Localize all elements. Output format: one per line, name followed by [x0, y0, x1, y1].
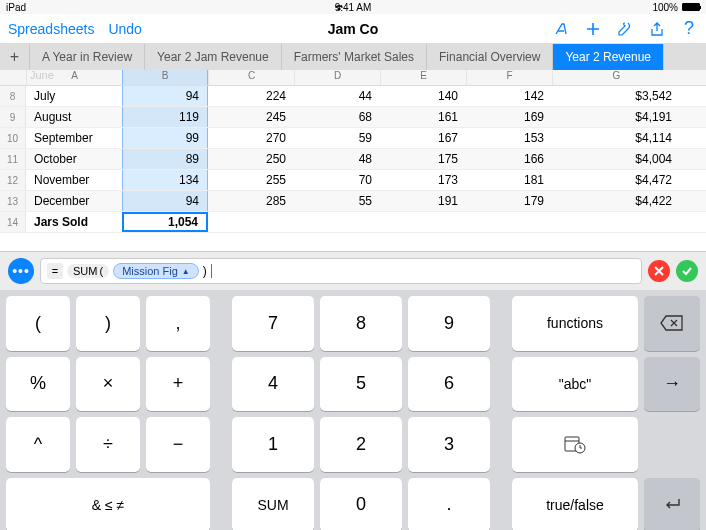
- cell[interactable]: $4,191: [552, 107, 680, 127]
- table-row[interactable]: 11October8925048175166$4,004: [0, 149, 706, 170]
- cell[interactable]: 134: [122, 170, 208, 190]
- cell[interactable]: 59: [294, 128, 380, 148]
- help-icon[interactable]: ?: [680, 20, 698, 38]
- cell[interactable]: 166: [466, 149, 552, 169]
- cell[interactable]: 44: [294, 86, 380, 106]
- share-icon[interactable]: [648, 20, 666, 38]
- cell[interactable]: $4,472: [552, 170, 680, 190]
- formula-cancel-button[interactable]: [648, 260, 670, 282]
- key-return[interactable]: [644, 478, 700, 531]
- cell[interactable]: 167: [380, 128, 466, 148]
- cell[interactable]: 270: [208, 128, 294, 148]
- tools-icon[interactable]: [616, 20, 634, 38]
- key-6[interactable]: 6: [408, 357, 490, 412]
- col-header-d[interactable]: D: [294, 70, 380, 85]
- key-3[interactable]: 3: [408, 417, 490, 472]
- sheet-tab-2[interactable]: Farmers' Market Sales: [282, 44, 427, 70]
- key-2[interactable]: 2: [320, 417, 402, 472]
- add-icon[interactable]: [584, 20, 602, 38]
- formula-input[interactable]: = SUM ( Mission Fig ▲ ): [40, 258, 642, 284]
- col-header-b[interactable]: B: [122, 70, 208, 85]
- format-icon[interactable]: [552, 20, 570, 38]
- key-9[interactable]: 9: [408, 296, 490, 351]
- row-number[interactable]: 12: [0, 170, 26, 190]
- col-header-f[interactable]: F: [466, 70, 552, 85]
- cell[interactable]: $3,542: [552, 86, 680, 106]
- key-sum[interactable]: SUM: [232, 478, 314, 531]
- cell[interactable]: 169: [466, 107, 552, 127]
- cell[interactable]: October: [26, 149, 122, 169]
- cell[interactable]: $4,004: [552, 149, 680, 169]
- row-number[interactable]: 11: [0, 149, 26, 169]
- col-header-c[interactable]: C: [208, 70, 294, 85]
- cell[interactable]: 55: [294, 191, 380, 211]
- cell[interactable]: 179: [466, 191, 552, 211]
- cell[interactable]: 191: [380, 191, 466, 211]
- table-row[interactable]: 8July9422444140142$3,542: [0, 86, 706, 107]
- undo-button[interactable]: Undo: [108, 21, 141, 37]
- key-backspace[interactable]: [644, 296, 700, 351]
- table-row[interactable]: 9August11924568161169$4,191: [0, 107, 706, 128]
- col-header-g[interactable]: G: [552, 70, 680, 85]
- cell[interactable]: July: [26, 86, 122, 106]
- key-functions[interactable]: functions: [512, 296, 638, 351]
- cell[interactable]: $4,114: [552, 128, 680, 148]
- sheet-tab-1[interactable]: Year 2 Jam Revenue: [145, 44, 282, 70]
- cell[interactable]: 94: [122, 191, 208, 211]
- formula-function-pill[interactable]: SUM (: [67, 264, 109, 278]
- key-0[interactable]: 0: [320, 478, 402, 531]
- cell[interactable]: September: [26, 128, 122, 148]
- cell-total-label[interactable]: Jars Sold: [26, 212, 122, 232]
- total-row[interactable]: 14 Jars Sold 1,054: [0, 212, 706, 233]
- key-datetime[interactable]: [512, 417, 638, 472]
- cell[interactable]: November: [26, 170, 122, 190]
- cell[interactable]: 161: [380, 107, 466, 127]
- key-divide[interactable]: ÷: [76, 417, 140, 472]
- cell[interactable]: 285: [208, 191, 294, 211]
- cell[interactable]: 153: [466, 128, 552, 148]
- key-caret[interactable]: ^: [6, 417, 70, 472]
- table-row[interactable]: 13December9428555191179$4,422: [0, 191, 706, 212]
- key-lparen[interactable]: (: [6, 296, 70, 351]
- key-4[interactable]: 4: [232, 357, 314, 412]
- key-subtract[interactable]: −: [146, 417, 210, 472]
- key-comma[interactable]: ,: [146, 296, 210, 351]
- cell[interactable]: 181: [466, 170, 552, 190]
- cell[interactable]: $4,422: [552, 191, 680, 211]
- row-number[interactable]: 8: [0, 86, 26, 106]
- cell[interactable]: 173: [380, 170, 466, 190]
- table-row[interactable]: 10September9927059167153$4,114: [0, 128, 706, 149]
- cell[interactable]: 250: [208, 149, 294, 169]
- back-button[interactable]: Spreadsheets: [8, 21, 94, 37]
- sheet-tab-0[interactable]: A Year in Review: [30, 44, 145, 70]
- cell[interactable]: 140: [380, 86, 466, 106]
- cell[interactable]: 99: [122, 128, 208, 148]
- formula-confirm-button[interactable]: [676, 260, 698, 282]
- key-percent[interactable]: %: [6, 357, 70, 412]
- cell[interactable]: 70: [294, 170, 380, 190]
- key-5[interactable]: 5: [320, 357, 402, 412]
- cell[interactable]: 48: [294, 149, 380, 169]
- row-number[interactable]: 9: [0, 107, 26, 127]
- col-header-e[interactable]: E: [380, 70, 466, 85]
- key-7[interactable]: 7: [232, 296, 314, 351]
- key-add[interactable]: +: [146, 357, 210, 412]
- key-multiply[interactable]: ×: [76, 357, 140, 412]
- sheet-tab-4[interactable]: Year 2 Revenue: [553, 44, 664, 70]
- cell[interactable]: 175: [380, 149, 466, 169]
- cell[interactable]: 245: [208, 107, 294, 127]
- row-number[interactable]: 10: [0, 128, 26, 148]
- key-abc[interactable]: "abc": [512, 357, 638, 412]
- cell[interactable]: 94: [122, 86, 208, 106]
- cell[interactable]: 89: [122, 149, 208, 169]
- key-truefalse[interactable]: true/false: [512, 478, 638, 531]
- sheet-tab-3[interactable]: Financial Overview: [427, 44, 553, 70]
- spreadsheet[interactable]: June A B C D E F G 8July9422444140142$3,…: [0, 70, 706, 251]
- key-logic-ops[interactable]: & ≤ ≠: [6, 478, 210, 531]
- row-number[interactable]: 14: [0, 212, 26, 232]
- key-8[interactable]: 8: [320, 296, 402, 351]
- cell[interactable]: 224: [208, 86, 294, 106]
- cell[interactable]: 255: [208, 170, 294, 190]
- cell[interactable]: 142: [466, 86, 552, 106]
- key-1[interactable]: 1: [232, 417, 314, 472]
